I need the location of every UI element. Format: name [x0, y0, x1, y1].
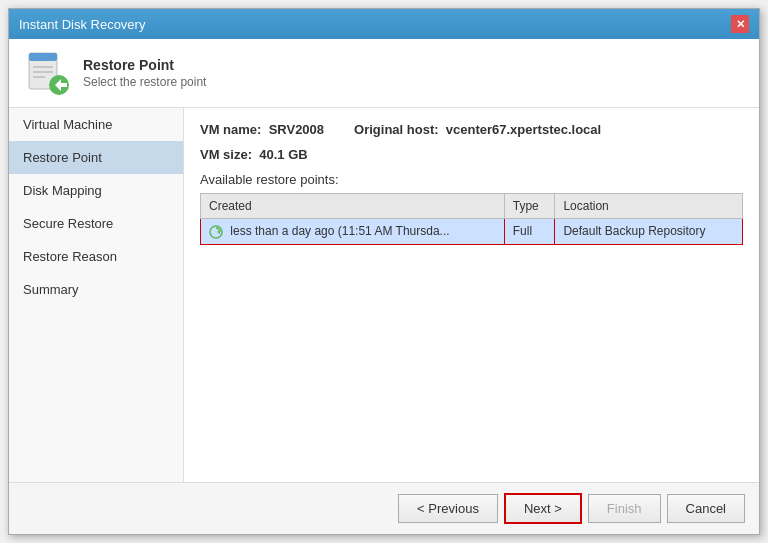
dialog-title: Instant Disk Recovery: [19, 17, 145, 32]
close-button[interactable]: ✕: [731, 15, 749, 33]
finish-button[interactable]: Finish: [588, 494, 661, 523]
svg-marker-8: [217, 230, 220, 234]
sidebar-item-secure-restore[interactable]: Secure Restore: [9, 207, 183, 240]
sidebar-item-disk-mapping[interactable]: Disk Mapping: [9, 174, 183, 207]
sidebar-item-virtual-machine[interactable]: Virtual Machine: [9, 108, 183, 141]
main-content: VM name: SRV2008 Original host: vcenter6…: [184, 108, 759, 482]
sidebar: Virtual Machine Restore Point Disk Mappi…: [9, 108, 184, 482]
header-text: Restore Point Select the restore point: [83, 57, 206, 89]
original-host-value: vcenter67.xpertstec.local: [446, 122, 601, 137]
footer: < Previous Next > Finish Cancel: [9, 482, 759, 534]
vm-name-label: VM name:: [200, 122, 261, 137]
sidebar-item-restore-point[interactable]: Restore Point: [9, 141, 183, 174]
cell-type: Full: [504, 219, 555, 245]
vm-size-label: VM size:: [200, 147, 252, 162]
original-host-item: Original host: vcenter67.xpertstec.local: [354, 122, 601, 137]
cancel-button[interactable]: Cancel: [667, 494, 745, 523]
vm-name-item: VM name: SRV2008: [200, 122, 324, 137]
title-bar: Instant Disk Recovery ✕: [9, 9, 759, 39]
header-subtitle: Select the restore point: [83, 75, 206, 89]
original-host-label: Original host:: [354, 122, 439, 137]
vm-size-item: VM size: 40.1 GB: [200, 147, 308, 162]
next-button[interactable]: Next >: [504, 493, 582, 524]
header-icon: [23, 49, 71, 97]
vm-size-row: VM size: 40.1 GB: [200, 147, 743, 162]
table-row[interactable]: less than a day ago (11:51 AM Thursda...…: [201, 219, 743, 245]
sidebar-item-restore-reason[interactable]: Restore Reason: [9, 240, 183, 273]
col-location: Location: [555, 194, 743, 219]
header-section: Restore Point Select the restore point: [9, 39, 759, 108]
dialog: Instant Disk Recovery ✕ Restore Point Se…: [8, 8, 760, 535]
svg-rect-1: [29, 53, 57, 61]
restore-points-table: Created Type Location: [200, 193, 743, 245]
sidebar-item-summary[interactable]: Summary: [9, 273, 183, 306]
cell-location: Default Backup Repository: [555, 219, 743, 245]
vm-size-value: 40.1 GB: [259, 147, 307, 162]
vm-name-value: SRV2008: [269, 122, 324, 137]
col-type: Type: [504, 194, 555, 219]
vm-info: VM name: SRV2008 Original host: vcenter6…: [200, 122, 743, 137]
available-label: Available restore points:: [200, 172, 743, 187]
header-title: Restore Point: [83, 57, 206, 73]
content-area: Virtual Machine Restore Point Disk Mappi…: [9, 108, 759, 482]
previous-button[interactable]: < Previous: [398, 494, 498, 523]
cell-created: less than a day ago (11:51 AM Thursda...: [201, 219, 505, 245]
col-created: Created: [201, 194, 505, 219]
